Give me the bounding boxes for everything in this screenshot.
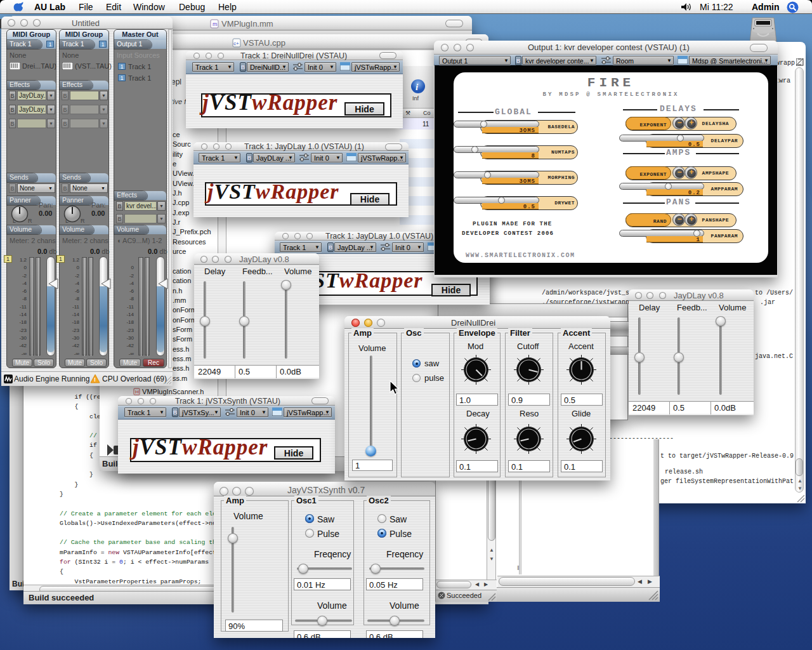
svg-text:c+: c+ bbox=[233, 41, 239, 46]
svg-text:!: ! bbox=[94, 376, 96, 383]
svg-text:m: m bbox=[213, 21, 218, 27]
svg-text:H: H bbox=[135, 389, 139, 395]
